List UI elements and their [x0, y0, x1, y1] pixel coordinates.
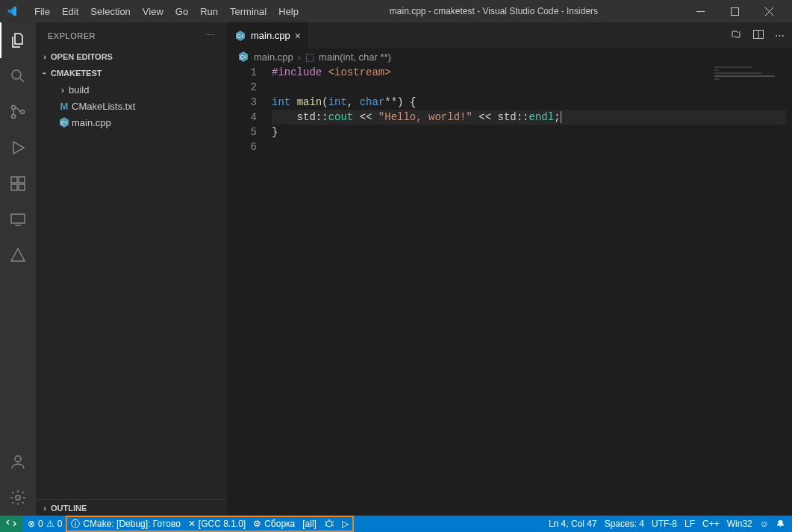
account-icon: [9, 453, 27, 471]
search-icon: [9, 67, 27, 85]
code-editor[interactable]: 1 2 3 4 5 6 #include <iostream> int main…: [227, 65, 792, 516]
svg-point-18: [326, 521, 332, 527]
breadcrumb-file[interactable]: main.cpp: [254, 51, 293, 63]
activity-search[interactable]: [0, 58, 36, 94]
cmake-variant-label: CMake: [Debug]: Готово: [83, 519, 180, 529]
tab-close-icon[interactable]: ×: [295, 30, 301, 42]
chevron-right-icon: ›: [39, 504, 51, 513]
status-notifications[interactable]: 🔔︎: [773, 516, 789, 532]
file-tree: › build M CMakeLists.txt C+ main.cpp: [36, 81, 227, 131]
status-problems[interactable]: ⊗0 ⚠0: [24, 516, 66, 532]
tree-file-main-cpp[interactable]: C+ main.cpp: [36, 114, 227, 131]
source-control-icon: [9, 103, 27, 121]
status-cmake-build[interactable]: ⚙ Сборка: [249, 517, 299, 531]
status-cmake-target[interactable]: [all]: [299, 517, 320, 531]
tree-file-cmakelists[interactable]: M CMakeLists.txt: [36, 98, 227, 114]
menu-view[interactable]: View: [137, 0, 169, 22]
chevron-down-icon: ›: [40, 67, 49, 79]
tab-main-cpp[interactable]: C+ main.cpp ×: [227, 22, 309, 48]
open-editors-section[interactable]: › OPEN EDITORS: [36, 48, 227, 65]
code-line[interactable]: std::cout << "Hello, world!" << std::end…: [272, 110, 786, 125]
editor-tabbar: C+ main.cpp × ⋯: [227, 22, 792, 48]
menu-selection[interactable]: Selection: [84, 0, 136, 22]
status-cmake-kit[interactable]: ✕ [GCC 8.1.0]: [184, 517, 249, 531]
activity-remote[interactable]: [0, 201, 36, 237]
activity-account[interactable]: [0, 444, 36, 480]
code-line[interactable]: [272, 140, 786, 154]
activity-run-debug[interactable]: [0, 130, 36, 166]
explorer-more-icon[interactable]: ⋯: [207, 31, 216, 40]
code-line[interactable]: }: [272, 125, 786, 140]
status-indentation[interactable]: Spaces: 4: [601, 516, 648, 532]
svg-rect-8: [19, 184, 25, 190]
info-icon: ⓘ: [71, 518, 80, 531]
activity-explorer[interactable]: [0, 22, 36, 58]
status-feedback[interactable]: ☺: [756, 516, 773, 532]
code-line[interactable]: int main(int, char**) {: [272, 95, 786, 110]
code-line[interactable]: [272, 80, 786, 95]
status-remote[interactable]: [0, 516, 22, 532]
file-label: CMakeLists.txt: [72, 101, 135, 112]
editor-more-icon[interactable]: ⋯: [775, 30, 785, 41]
menu-terminal[interactable]: Terminal: [224, 0, 272, 22]
menu-file[interactable]: File: [28, 0, 56, 22]
svg-point-3: [12, 106, 16, 110]
code-lines[interactable]: #include <iostream> int main(int, char**…: [272, 65, 792, 516]
menubar: File Edit Selection View Go Run Terminal…: [28, 0, 305, 22]
vscode-logo-icon: [6, 5, 18, 17]
outline-section[interactable]: › OUTLINE: [36, 499, 227, 516]
cmake-status-highlight: ⓘ CMake: [Debug]: Готово ✕ [GCC 8.1.0] ⚙…: [66, 516, 354, 532]
split-editor-icon[interactable]: [752, 28, 764, 43]
open-editors-label: OPEN EDITORS: [51, 52, 113, 61]
status-cmake-variant[interactable]: ⓘ CMake: [Debug]: Готово: [67, 517, 184, 531]
project-section[interactable]: › CMAKETEST: [36, 65, 227, 81]
cpp-file-icon: C+: [57, 116, 72, 128]
chevron-right-icon: ›: [57, 84, 69, 96]
breadcrumbs[interactable]: C+ main.cpp › ⬚ main(int, char **): [227, 48, 792, 65]
menu-go[interactable]: Go: [169, 0, 194, 22]
menu-help[interactable]: Help: [272, 0, 305, 22]
cmake-icon: [9, 246, 27, 264]
bell-icon: 🔔︎: [776, 519, 785, 529]
menu-edit[interactable]: Edit: [56, 0, 84, 22]
chevron-right-icon: ›: [39, 52, 51, 61]
error-icon: ⊗: [28, 519, 35, 529]
status-cmake-debug[interactable]: [320, 517, 338, 531]
svg-text:C+: C+: [60, 120, 67, 125]
menu-run[interactable]: Run: [194, 0, 224, 22]
file-label: main.cpp: [72, 117, 111, 128]
line-number: 2: [227, 80, 272, 95]
activity-scm[interactable]: [0, 94, 36, 130]
svg-point-4: [12, 115, 16, 119]
status-eol[interactable]: LF: [681, 516, 699, 532]
activity-settings[interactable]: [0, 480, 36, 516]
compare-changes-icon[interactable]: [730, 28, 742, 43]
window-controls: [683, 0, 786, 22]
line-number: 6: [227, 140, 272, 154]
activity-extensions[interactable]: [0, 166, 36, 201]
tab-label: main.cpp: [251, 30, 290, 41]
svg-point-11: [15, 456, 21, 462]
status-encoding[interactable]: UTF-8: [648, 516, 681, 532]
file-icon: M: [57, 101, 72, 112]
bug-icon: [324, 518, 334, 531]
outline-label: OUTLINE: [51, 504, 87, 513]
tree-folder-build[interactable]: › build: [36, 81, 227, 98]
breadcrumb-symbol[interactable]: main(int, char **): [319, 51, 391, 63]
explorer-title: EXPLORER ⋯: [36, 22, 227, 48]
svg-text:C+: C+: [237, 34, 243, 39]
svg-point-5: [21, 110, 25, 114]
code-line[interactable]: #include <iostream>: [272, 65, 786, 80]
close-button[interactable]: [752, 0, 786, 22]
sidebar-explorer: EXPLORER ⋯ › OPEN EDITORS › CMAKETEST › …: [36, 22, 227, 516]
error-count: 0: [38, 519, 43, 529]
maximize-button[interactable]: [717, 0, 752, 22]
minimize-button[interactable]: [683, 0, 717, 22]
activity-cmake[interactable]: [0, 237, 36, 273]
status-cmake-launch[interactable]: ▷: [338, 517, 352, 531]
status-platform[interactable]: Win32: [723, 516, 756, 532]
warning-count: 0: [57, 519, 63, 529]
minimap[interactable]: [714, 65, 782, 102]
status-language[interactable]: C++: [699, 516, 723, 532]
status-cursor-position[interactable]: Ln 4, Col 47: [545, 516, 601, 532]
